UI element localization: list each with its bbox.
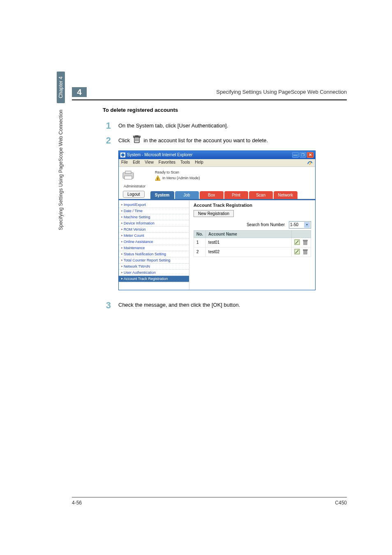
step-2-pre: Click bbox=[118, 137, 131, 143]
status-line-1: Ready to Scan bbox=[155, 170, 200, 174]
sidebar-item-label: Maintenance bbox=[124, 246, 145, 250]
step-2-text: Click in the account list for the accoun… bbox=[118, 135, 268, 146]
chevron-right-icon: ▸ bbox=[121, 221, 123, 225]
trash-icon[interactable] bbox=[302, 249, 308, 255]
sidebar-item-meter-count[interactable]: ▸Meter Count bbox=[119, 233, 189, 239]
window-titlebar: System - Microsoft Internet Explorer — ❐… bbox=[119, 151, 315, 159]
edit-icon[interactable] bbox=[294, 249, 300, 255]
logout-button[interactable]: Logout bbox=[123, 191, 145, 198]
running-header-title: Specifying Settings Using PageScope Web … bbox=[216, 89, 347, 95]
sidebar-item-label: Account Track Registration bbox=[124, 277, 168, 281]
window-title: System - Microsoft Internet Explorer bbox=[127, 153, 292, 157]
cell-account-name: test02 bbox=[206, 247, 292, 257]
footer-rule bbox=[72, 497, 347, 497]
tab-print[interactable]: Print bbox=[224, 191, 248, 199]
pane-title: Account Track Registration bbox=[194, 203, 311, 208]
menu-favorites[interactable]: Favorites bbox=[159, 160, 175, 166]
menu-file[interactable]: File bbox=[121, 160, 128, 166]
svg-text:!: ! bbox=[157, 177, 159, 181]
sidebar-item-account-track-registration[interactable]: ▸Account Track Registration bbox=[119, 276, 189, 282]
new-registration-button[interactable]: New Registration bbox=[194, 210, 234, 217]
chevron-right-icon: ▸ bbox=[121, 271, 123, 274]
sidebar-item-label: ROM Version bbox=[124, 227, 146, 231]
svg-rect-10 bbox=[125, 171, 131, 173]
administrator-label: Administrator bbox=[119, 183, 315, 191]
search-select-value: 1-50 bbox=[290, 222, 298, 227]
step-3-text: Check the message, and then click the [O… bbox=[118, 301, 240, 310]
step-3: 3 Check the message, and then click the … bbox=[103, 300, 347, 311]
sidebar-item-maintenance[interactable]: ▸Maintenance bbox=[119, 245, 189, 251]
sidebar-item-network-twain[interactable]: ▸Network TWAIN bbox=[119, 264, 189, 270]
status-line-2: In Menu (Admin Mode) bbox=[162, 176, 200, 180]
section-heading: To delete registered accounts bbox=[103, 107, 347, 113]
sidebar-item-user-authentication[interactable]: ▸User Authentication bbox=[119, 270, 189, 276]
sidebar-item-label: Meter Count bbox=[124, 234, 144, 238]
sidebar-item-import-export[interactable]: ▸Import/Export bbox=[119, 202, 189, 208]
window-maximize-button[interactable]: ❐ bbox=[300, 152, 306, 158]
menu-tools[interactable]: Tools bbox=[180, 160, 190, 166]
sidebar-item-device-information[interactable]: ▸Device Information bbox=[119, 220, 189, 227]
tab-job[interactable]: Job bbox=[175, 191, 199, 199]
content-pane: Account Track Registration New Registrat… bbox=[189, 200, 315, 290]
menu-help[interactable]: Help bbox=[195, 160, 203, 166]
sidebar-item-rom-version[interactable]: ▸ROM Version bbox=[119, 227, 189, 233]
table-row: 1 test01 bbox=[194, 238, 311, 247]
sidebar-item-status-notification[interactable]: ▸Status Notification Setting bbox=[119, 251, 189, 257]
tab-box[interactable]: Box bbox=[200, 191, 224, 199]
sidebar-item-label: Device Information bbox=[124, 221, 154, 225]
step-3-number: 3 bbox=[103, 300, 111, 311]
column-no: No. bbox=[194, 230, 206, 238]
step-1-text: On the System tab, click [User Authentic… bbox=[118, 122, 228, 130]
menubar: File Edit View Favorites Tools Help bbox=[119, 159, 315, 167]
side-vertical-text: Specifying Settings Using PageScope Web … bbox=[58, 110, 64, 230]
sidebar-item-date-time[interactable]: ▸Date / Time bbox=[119, 208, 189, 214]
tab-system[interactable]: System bbox=[150, 191, 174, 199]
menu-edit[interactable]: Edit bbox=[133, 160, 140, 166]
model-number: C450 bbox=[335, 500, 347, 506]
sidebar-item-online-assistance[interactable]: ▸Online Assistance bbox=[119, 239, 189, 245]
chevron-right-icon: ▸ bbox=[121, 252, 123, 256]
sidebar-item-total-counter-report[interactable]: ▸Total Counter Report Setting bbox=[119, 257, 189, 264]
chevron-right-icon: ▸ bbox=[121, 203, 123, 206]
edit-icon[interactable] bbox=[294, 239, 300, 246]
header-rule bbox=[72, 99, 347, 100]
sidebar-item-label: Status Notification Setting bbox=[124, 252, 166, 256]
column-account-name: Account Name bbox=[206, 230, 292, 238]
svg-rect-11 bbox=[125, 176, 132, 179]
printer-icon bbox=[122, 170, 134, 181]
step-2-number: 2 bbox=[103, 135, 111, 146]
sidebar-item-label: User Authentication bbox=[124, 271, 156, 275]
search-from-number-label: Search from Number bbox=[247, 222, 285, 227]
chevron-down-icon: ▾ bbox=[304, 222, 310, 228]
page-number: 4-56 bbox=[72, 500, 82, 506]
step-1-number: 1 bbox=[103, 120, 111, 131]
window-close-button[interactable]: ✕ bbox=[307, 152, 314, 158]
svg-point-7 bbox=[121, 153, 125, 157]
search-from-number-select[interactable]: 1-50 ▾ bbox=[289, 221, 311, 229]
chapter-number: 4 bbox=[72, 87, 87, 97]
table-header-row: No. Account Name bbox=[194, 230, 311, 238]
sidebar-item-label: Machine Setting bbox=[124, 215, 150, 219]
tab-network[interactable]: Network bbox=[274, 191, 297, 199]
sidebar-item-machine-setting[interactable]: ▸Machine Setting bbox=[119, 214, 189, 220]
svg-rect-5 bbox=[136, 135, 138, 136]
chapter-pill: Chapter 4 bbox=[57, 72, 65, 103]
trash-icon bbox=[133, 135, 141, 146]
step-2: 2 Click in the account list for the acco… bbox=[103, 135, 347, 146]
sidebar-item-label: Online Assistance bbox=[124, 240, 153, 244]
chevron-right-icon: ▸ bbox=[121, 209, 123, 213]
svg-rect-22 bbox=[303, 250, 307, 250]
chevron-right-icon: ▸ bbox=[121, 246, 123, 250]
sidebar-item-label: Total Counter Report Setting bbox=[124, 258, 171, 262]
step-1: 1 On the System tab, click [User Authent… bbox=[103, 120, 347, 131]
menu-view[interactable]: View bbox=[145, 160, 154, 166]
step-2-post: in the account list for the account you … bbox=[143, 137, 268, 143]
chevron-right-icon: ▸ bbox=[121, 227, 123, 231]
window-minimize-button[interactable]: — bbox=[292, 152, 299, 158]
trash-icon[interactable] bbox=[302, 239, 308, 246]
column-actions bbox=[292, 230, 311, 238]
sidebar-item-label: Import/Export bbox=[124, 203, 146, 207]
tab-scan[interactable]: Scan bbox=[249, 191, 273, 199]
ie-logo-icon bbox=[307, 160, 313, 166]
chevron-right-icon: ▸ bbox=[121, 215, 123, 219]
